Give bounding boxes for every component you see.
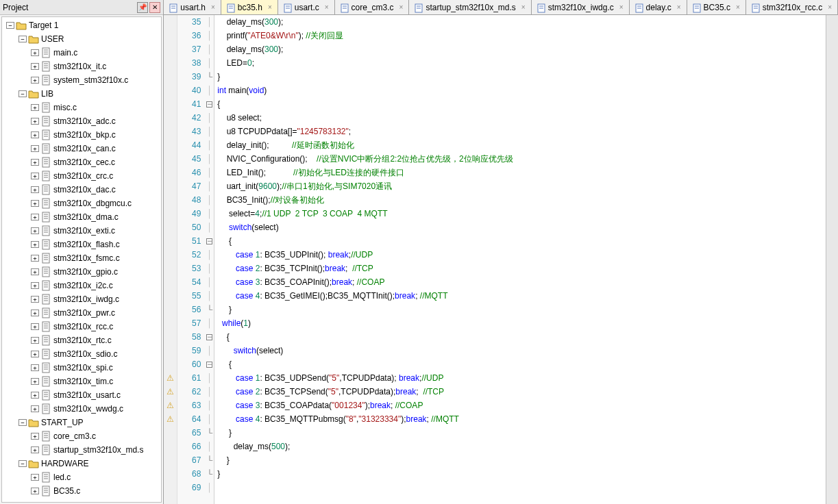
code-line[interactable]: select=4;//1 UDP 2 TCP 3 COAP 4 MQTT (217, 207, 826, 220)
fold-marker[interactable]: − (205, 234, 214, 248)
tree-file[interactable]: +stm32f10x_fsmc.c (2, 251, 161, 265)
fold-marker[interactable]: │ (205, 248, 214, 262)
code-line[interactable]: } (217, 453, 826, 467)
tree-file[interactable]: +stm32f10x_adc.c (2, 114, 161, 128)
panel-pin-button[interactable]: 📌 (137, 2, 148, 13)
code-line[interactable]: case 2: BC35_TCPSend("5",TCPUDPdata);bre… (217, 385, 826, 399)
tree-toggle-icon[interactable]: + (31, 77, 39, 84)
tree-file[interactable]: +stm32f10x_dac.c (2, 183, 161, 197)
code-line[interactable]: switch(select) (217, 220, 826, 234)
tree-toggle-icon[interactable]: − (19, 460, 27, 467)
tab-core_cm3-c[interactable]: core_cm3.c× (335, 0, 410, 14)
fold-marker[interactable]: └ (205, 467, 214, 481)
code-line[interactable]: delay_ms(500); (217, 440, 826, 453)
code-line[interactable]: delay_ms(300); (217, 42, 826, 56)
code-line[interactable]: int main(void) (217, 84, 826, 97)
tree-toggle-icon[interactable]: + (31, 323, 39, 330)
tree-toggle-icon[interactable]: + (31, 255, 39, 262)
close-icon[interactable]: × (521, 3, 526, 11)
code-line[interactable]: NVIC_Configuration(); //设置NVIC中断分组2:2位抢占… (217, 152, 826, 166)
tree-toggle-icon[interactable]: + (31, 214, 39, 220)
code-line[interactable]: { (217, 234, 826, 248)
tree-file[interactable]: +stm32f10x_it.c (2, 60, 161, 73)
tree-toggle-icon[interactable]: + (31, 282, 39, 289)
code-line[interactable]: BC35_Init();//对设备初始化 (217, 193, 826, 207)
tab-usart-c[interactable]: usart.c× (278, 0, 335, 14)
tree-file[interactable]: +stm32f10x_sdio.c (2, 347, 161, 361)
tree-file[interactable]: +stm32f10x_cec.c (2, 155, 161, 169)
fold-collapse-icon[interactable]: − (206, 362, 212, 368)
code-line[interactable]: u8 TCPUDPdata[]="1245783132"; (217, 125, 826, 138)
tree-file[interactable]: +startup_stm32f10x_md.s (2, 443, 161, 457)
tab-BC35-c[interactable]: BC35.c× (687, 0, 746, 14)
fold-marker[interactable]: │ (205, 111, 214, 125)
code-line[interactable]: delay_ms(300); (217, 15, 826, 29)
tree-file[interactable]: +stm32f10x_tim.c (2, 375, 161, 388)
close-icon[interactable]: × (677, 3, 681, 11)
fold-marker[interactable]: │ (205, 56, 214, 70)
tree-folder[interactable]: −LIB (2, 87, 161, 101)
fold-marker[interactable]: − (205, 97, 214, 111)
code-line[interactable]: delay_init(); //延时函数初始化 (217, 138, 826, 152)
tree-folder[interactable]: −Target 1 (2, 18, 161, 32)
fold-marker[interactable]: │ (205, 440, 214, 453)
code-line[interactable]: case 1: BC35_UDPInit(); break;//UDP (217, 248, 826, 262)
code-line[interactable]: { (217, 330, 826, 344)
tree-file[interactable]: +stm32f10x_iwdg.c (2, 292, 161, 306)
code-line[interactable]: } (217, 303, 826, 316)
fold-marker[interactable]: │ (205, 275, 214, 289)
tree-file[interactable]: +stm32f10x_usart.c (2, 388, 161, 402)
tree-file[interactable]: +BC35.c (2, 484, 161, 498)
code-area[interactable]: ⚠⚠⚠⚠ 35363738394041424344454647484950515… (164, 15, 838, 504)
close-icon[interactable]: × (828, 3, 832, 11)
tree-toggle-icon[interactable]: + (31, 268, 39, 275)
fold-marker[interactable]: − (205, 357, 214, 371)
code-line[interactable] (217, 481, 826, 494)
close-icon[interactable]: × (619, 3, 624, 11)
code-line[interactable]: case 3: BC35_COAPInit();break; //COAP (217, 275, 826, 289)
tree-toggle-icon[interactable]: + (31, 131, 39, 138)
tree-toggle-icon[interactable]: − (19, 419, 27, 426)
fold-marker[interactable]: │ (205, 316, 214, 330)
fold-marker[interactable]: │ (205, 207, 214, 220)
tree-toggle-icon[interactable]: + (31, 241, 39, 248)
tree-toggle-icon[interactable]: + (31, 378, 39, 385)
code-line[interactable]: case 4: BC35_GetIMEI();BC35_MQTTInit();b… (217, 289, 826, 303)
tree-toggle-icon[interactable]: + (31, 118, 39, 125)
tree-file[interactable]: +led.c (2, 470, 161, 484)
fold-marker[interactable]: │ (205, 166, 214, 179)
code-line[interactable]: switch(select) (217, 344, 826, 357)
tab-stm32f10x_iwdg-c[interactable]: stm32f10x_iwdg.c× (532, 0, 630, 14)
tree-toggle-icon[interactable]: + (31, 446, 39, 453)
fold-marker[interactable]: │ (205, 371, 214, 385)
tree-toggle-icon[interactable]: − (19, 90, 27, 97)
tree-toggle-icon[interactable]: + (31, 186, 39, 193)
fold-column[interactable]: ││││└│−│││││││││−││││└│−│−││││└│└└│ (205, 15, 214, 504)
tree-file[interactable]: +stm32f10x_wwdg.c (2, 402, 161, 416)
project-tree[interactable]: −Target 1−USER+main.c+stm32f10x_it.c+sys… (1, 16, 162, 503)
fold-marker[interactable]: │ (205, 193, 214, 207)
tree-toggle-icon[interactable]: + (31, 145, 39, 152)
code-line[interactable]: case 3: BC35_COAPdata("001234");break; /… (217, 399, 826, 412)
code-line[interactable]: } (217, 467, 826, 481)
tree-toggle-icon[interactable]: + (31, 49, 39, 56)
tree-toggle-icon[interactable]: − (6, 22, 14, 29)
fold-marker[interactable]: │ (205, 344, 214, 357)
tree-toggle-icon[interactable]: + (31, 200, 39, 207)
fold-collapse-icon[interactable]: − (206, 238, 212, 244)
tree-toggle-icon[interactable]: − (19, 36, 27, 42)
code-line[interactable]: uart_init(9600);//串口1初始化,与SIM7020通讯 (217, 179, 826, 193)
tree-file[interactable]: +stm32f10x_spi.c (2, 361, 161, 375)
fold-marker[interactable]: │ (205, 220, 214, 234)
tree-toggle-icon[interactable]: + (31, 392, 39, 399)
code-line[interactable]: } (217, 426, 826, 440)
tree-toggle-icon[interactable]: + (31, 159, 39, 166)
tree-file[interactable]: +stm32f10x_dbgmcu.c (2, 197, 161, 210)
tree-file[interactable]: +stm32f10x_exti.c (2, 224, 161, 238)
fold-marker[interactable]: │ (205, 481, 214, 494)
code-line[interactable]: while(1) (217, 316, 826, 330)
tree-toggle-icon[interactable]: + (31, 364, 39, 371)
fold-marker[interactable]: │ (205, 138, 214, 152)
fold-marker[interactable]: │ (205, 179, 214, 193)
fold-collapse-icon[interactable]: − (206, 334, 212, 340)
